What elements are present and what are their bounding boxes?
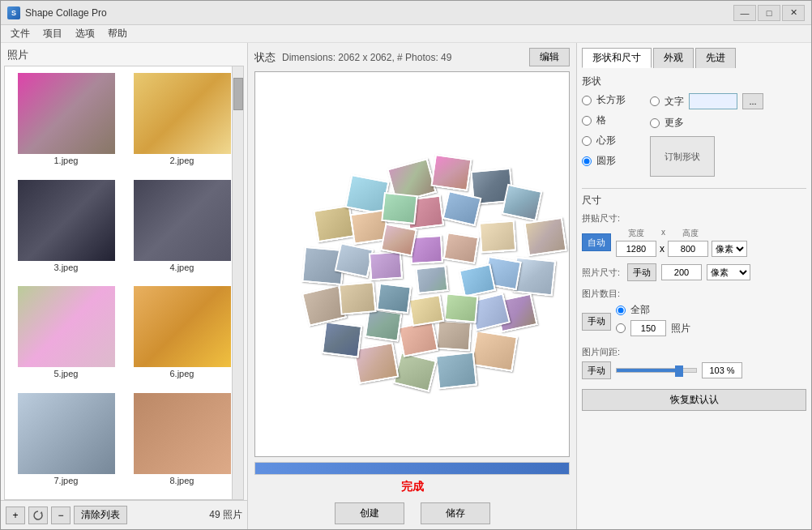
label-circle: 圆形 xyxy=(596,154,616,168)
close-button[interactable]: ✕ xyxy=(782,5,805,21)
app-title: Shape Collage Pro xyxy=(25,7,733,19)
menu-file[interactable]: 文件 xyxy=(4,25,36,42)
status-done: 完成 xyxy=(254,480,570,494)
save-button[interactable]: 储存 xyxy=(421,502,490,524)
radio-row-circle: 圆形 xyxy=(582,154,626,168)
height-input[interactable] xyxy=(668,241,708,257)
divider-1 xyxy=(582,188,806,189)
tabs-row: 形状和尺寸 外观 先进 xyxy=(582,48,806,68)
menu-options[interactable]: 选项 xyxy=(69,25,101,42)
minimize-button[interactable]: — xyxy=(733,5,756,21)
photo-label: 7.jpeg xyxy=(54,476,79,485)
edit-button[interactable]: 编辑 xyxy=(529,48,570,66)
collage-size-row: 自动 宽度 x 高度 x 像素 xyxy=(582,228,806,257)
radio-grid[interactable] xyxy=(582,116,592,126)
main-content: 照片 1.jpeg 2.jpeg 3.jpeg xyxy=(1,43,811,529)
spacing-slider[interactable] xyxy=(616,368,697,373)
list-item[interactable]: 2.jpeg xyxy=(124,70,240,177)
collage-size-auto-button[interactable]: 自动 xyxy=(582,233,611,251)
main-window: S Shape Collage Pro — □ ✕ 文件 项目 选项 帮助 照片… xyxy=(0,0,812,530)
left-panel-footer: + − 清除列表 49 照片 xyxy=(1,500,247,529)
spacing-manual-button[interactable]: 手动 xyxy=(582,361,611,379)
photo-count-options: 全部 照片 xyxy=(616,303,690,340)
label-heart: 心形 xyxy=(596,134,616,147)
photo-count-manual-button[interactable]: 手动 xyxy=(582,313,611,331)
spacing-group: 图片间距: 手动 xyxy=(582,346,806,379)
create-button[interactable]: 创建 xyxy=(335,502,404,524)
photo-thumb xyxy=(134,73,231,154)
list-item[interactable]: 8.jpeg xyxy=(124,390,240,497)
spacing-input[interactable] xyxy=(702,362,742,378)
photo-label: 4.jpeg xyxy=(170,263,194,272)
radio-rectangle[interactable] xyxy=(582,96,592,105)
slider-thumb[interactable] xyxy=(675,365,683,377)
list-item[interactable]: 1.jpeg xyxy=(8,70,124,177)
custom-shape-button[interactable]: 订制形状 xyxy=(650,136,715,177)
dimension-inputs: x 像素 xyxy=(616,241,747,257)
list-item[interactable]: 4.jpeg xyxy=(124,177,240,284)
list-item[interactable]: 6.jpeg xyxy=(124,283,240,390)
photo-size-label: 照片尺寸: xyxy=(582,267,622,279)
scrollbar-thumb[interactable] xyxy=(233,78,243,110)
label-count-unit: 照片 xyxy=(671,322,690,336)
list-item[interactable]: 3.jpeg xyxy=(8,177,124,284)
label-rectangle: 长方形 xyxy=(596,93,626,107)
center-panel: 状态 Dimensions: 2062 x 2062, # Photos: 49… xyxy=(248,43,576,529)
label-text: 文字 xyxy=(665,95,684,109)
photo-size-unit-select[interactable]: 像素 xyxy=(707,264,750,280)
app-icon: S xyxy=(7,6,20,19)
photo-list-container: 1.jpeg 2.jpeg 3.jpeg 4.jpeg xyxy=(4,66,244,500)
radio-more[interactable] xyxy=(650,118,660,128)
list-item[interactable]: 5.jpeg xyxy=(8,283,124,390)
tab-appearance[interactable]: 外观 xyxy=(653,48,694,68)
tab-advanced[interactable]: 先进 xyxy=(695,48,736,68)
status-label: 状态 xyxy=(254,50,276,65)
shape-right: 文字 ... 更多 订制形状 xyxy=(650,93,763,177)
menu-bar: 文件 项目 选项 帮助 xyxy=(1,25,811,43)
shape-left: 长方形 格 心形 圆形 xyxy=(582,93,626,177)
photo-label: 2.jpeg xyxy=(170,156,194,165)
photo-label: 5.jpeg xyxy=(54,369,79,378)
width-input[interactable] xyxy=(616,241,656,257)
collage-preview xyxy=(287,139,538,390)
add-photo-button[interactable]: + xyxy=(6,506,25,524)
photo-label: 6.jpeg xyxy=(170,369,194,378)
remove-photo-button[interactable]: − xyxy=(51,506,71,524)
radio-row-rect: 长方形 xyxy=(582,93,626,107)
collage-size-group: 拼贴尺寸: 自动 宽度 x 高度 x xyxy=(582,212,806,257)
photo-thumb xyxy=(18,286,115,367)
photo-size-manual-button[interactable]: 手动 xyxy=(627,263,656,281)
list-item[interactable]: 7.jpeg xyxy=(8,390,124,497)
menu-project[interactable]: 项目 xyxy=(36,25,69,42)
radio-count-num[interactable] xyxy=(616,323,626,333)
window-controls: — □ ✕ xyxy=(733,5,805,21)
unit-select[interactable]: 像素 xyxy=(712,241,747,257)
shape-options: 长方形 格 心形 圆形 xyxy=(582,93,806,177)
tab-shape-size[interactable]: 形状和尺寸 xyxy=(582,48,652,68)
photo-thumb xyxy=(134,393,231,474)
photo-label: 3.jpeg xyxy=(54,263,79,272)
vertical-scrollbar[interactable] xyxy=(232,66,243,499)
maximize-button[interactable]: □ xyxy=(758,5,780,21)
photo-label: 8.jpeg xyxy=(170,476,194,485)
photo-count-label: 图片数目: xyxy=(582,289,620,298)
radio-row-all: 全部 xyxy=(616,303,690,317)
photo-grid: 1.jpeg 2.jpeg 3.jpeg 4.jpeg xyxy=(5,66,243,499)
photo-size-input[interactable] xyxy=(661,264,702,280)
left-panel: 照片 1.jpeg 2.jpeg 3.jpeg xyxy=(1,43,248,529)
restore-defaults-button[interactable]: 恢复默认认 xyxy=(582,389,806,411)
menu-help[interactable]: 帮助 xyxy=(101,25,134,42)
radio-heart[interactable] xyxy=(582,136,592,146)
height-label: 高度 xyxy=(670,228,711,239)
clear-list-button[interactable]: 清除列表 xyxy=(74,506,127,524)
radio-text[interactable] xyxy=(650,96,660,106)
text-options-button[interactable]: ... xyxy=(742,93,763,109)
x-separator: x xyxy=(661,228,665,239)
radio-circle[interactable] xyxy=(582,156,592,166)
refresh-button[interactable] xyxy=(28,506,48,524)
radio-count-all[interactable] xyxy=(616,306,626,315)
photo-count-input[interactable] xyxy=(630,320,666,336)
text-shape-input[interactable] xyxy=(689,93,737,109)
slider-fill xyxy=(617,369,677,372)
photo-count-row: 手动 全部 照片 xyxy=(582,303,806,340)
